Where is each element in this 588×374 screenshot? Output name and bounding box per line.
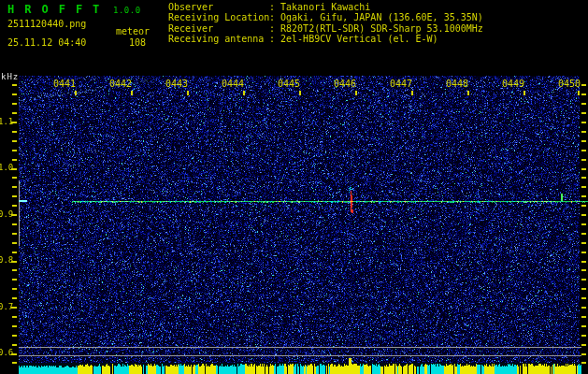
time-tick-label: 0448	[446, 79, 468, 89]
observer-info-row: Observer: Takanori Kawachi	[168, 2, 483, 12]
info-value: : Ogaki, Gifu, JAPAN (136.60E, 35.35N)	[269, 12, 483, 22]
freq-tick-label: 0.6	[0, 348, 13, 357]
observer-info-block: Observer: Takanori KawachiReceiving Loca…	[168, 2, 483, 44]
time-tick-label: 0443	[165, 79, 188, 89]
info-label: Observer	[168, 2, 269, 12]
time-tick-label: 0441	[53, 79, 76, 89]
app-version: 1.0.0	[113, 6, 141, 15]
info-value: : 2el-HB9CV Vertical (el. E-W)	[269, 34, 438, 44]
time-tick-label: 0442	[109, 79, 132, 89]
freq-tick-label: 0.7	[0, 302, 13, 311]
info-label: Receiving antenna	[168, 34, 269, 44]
time-tick-label: 0444	[222, 79, 244, 89]
info-value: : Takanori Kawachi	[269, 2, 370, 12]
time-tick-label: 0445	[278, 79, 300, 89]
info-label: Receiving Location	[168, 12, 269, 22]
app-title: HROFFT	[7, 3, 109, 16]
freq-tick-label: 1.1	[0, 117, 13, 126]
freq-tick-label: 0.8	[0, 255, 13, 265]
info-value: : R820T2(RTL-SDR) SDR-Sharp 53.1000MHz	[269, 23, 483, 34]
time-tick-label: 0449	[502, 79, 524, 89]
spectrogram-canvas	[0, 0, 588, 374]
time-tick-label: 0450	[558, 79, 581, 89]
echo-count: 108	[129, 37, 146, 48]
info-label: Receiver	[168, 23, 269, 34]
observation-mode: meteor	[116, 26, 150, 36]
observation-datetime: 25.11.12 04:40	[7, 37, 86, 48]
freq-axis-unit: kHz	[1, 72, 19, 81]
observer-info-row: Receiver: R820T2(RTL-SDR) SDR-Sharp 53.1…	[168, 23, 483, 34]
hrofft-window: HROFFT 1.0.0 2511120440.png meteor 25.11…	[0, 0, 588, 374]
time-tick-label: 0446	[334, 79, 356, 89]
observer-info-row: Receiving Location: Ogaki, Gifu, JAPAN (…	[168, 12, 483, 22]
freq-tick-label: 0.9	[0, 209, 13, 219]
freq-tick-label: 1.0	[0, 163, 13, 172]
time-tick-label: 0447	[390, 79, 412, 89]
observer-info-row: Receiving antenna: 2el-HB9CV Vertical (e…	[168, 34, 483, 44]
output-filename: 2511120440.png	[7, 19, 86, 29]
